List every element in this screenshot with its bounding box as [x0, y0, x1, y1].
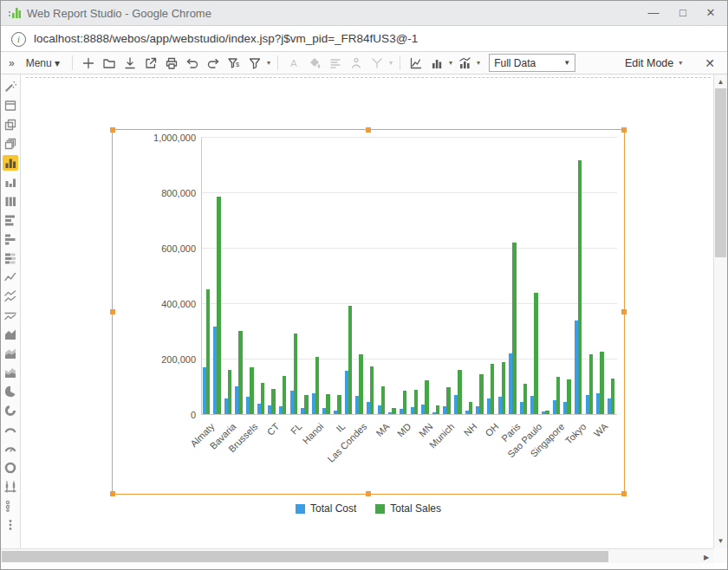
minimize-button[interactable]: —: [640, 1, 666, 25]
total-sales-bar: [337, 395, 341, 414]
bottom-pad: [1, 563, 714, 569]
dropdown-caret-icon[interactable]: ▾: [267, 59, 270, 67]
menu-button[interactable]: Menu ▾: [21, 57, 65, 69]
total-sales-bar: [436, 405, 440, 414]
page-info-icon[interactable]: i: [11, 32, 26, 47]
resize-handle[interactable]: [110, 309, 115, 314]
resize-handle[interactable]: [366, 127, 371, 133]
total-sales-bar: [502, 362, 506, 414]
sidebar-item-wizard-wand[interactable]: [3, 79, 18, 94]
sidebar-item-bar-chart[interactable]: [3, 155, 18, 171]
edit-mode-button[interactable]: Edit Mode: [625, 57, 673, 69]
data-mode-select[interactable]: Full Data▼: [489, 54, 575, 72]
sidebar-item-hbar-stacked[interactable]: [3, 250, 18, 266]
undo-icon[interactable]: [184, 55, 201, 72]
sidebar-item-bar-chart-alt[interactable]: [3, 174, 18, 190]
legend-swatch: [375, 504, 385, 514]
y-axis-tick-label: 0: [127, 410, 196, 420]
dropdown-caret-icon[interactable]: ▾: [449, 59, 452, 67]
align-icon: [327, 55, 344, 72]
scroll-up-icon[interactable]: ▲: [714, 78, 727, 86]
export-icon[interactable]: [142, 55, 159, 72]
print-icon[interactable]: [163, 55, 180, 72]
vertical-scroll-thumb[interactable]: [715, 88, 726, 257]
open-icon[interactable]: [101, 55, 118, 72]
maximize-button[interactable]: □: [670, 1, 696, 25]
sidebar-item-area-chart[interactable]: [3, 327, 18, 342]
resize-handle[interactable]: [621, 127, 627, 133]
sidebar-item-more-options[interactable]: [3, 517, 18, 533]
chart-combo-icon[interactable]: [456, 55, 473, 72]
sidebar-item-column-chart[interactable]: [3, 193, 18, 209]
address-bar[interactable]: i localhost:8888/webos/app/webstudio/ind…: [1, 26, 727, 52]
scroll-down-icon[interactable]: ▼: [714, 537, 727, 545]
total-sales-bar: [348, 306, 353, 414]
scroll-right-icon[interactable]: ▶: [702, 554, 711, 561]
chart-legend: Total CostTotal Sales: [113, 502, 624, 515]
font-icon: A: [285, 55, 302, 72]
scrollbar-corner: [713, 548, 727, 563]
sidebar-item-arc-chart[interactable]: [3, 422, 18, 437]
sidebar-item-donut-chart[interactable]: [3, 403, 18, 418]
sidebar-item-ring-chart[interactable]: [3, 460, 18, 476]
new-icon[interactable]: [80, 55, 97, 72]
sidebar-item-hbar-chart-alt[interactable]: [3, 231, 18, 247]
sidebar-item-stacked-area-chart[interactable]: [3, 365, 18, 380]
filter-dollar-icon[interactable]: $: [225, 55, 243, 72]
total-sales-bar: [326, 394, 330, 414]
svg-text:A: A: [290, 58, 297, 68]
sidebar-item-area-chart-alt[interactable]: [3, 346, 18, 361]
resize-handle[interactable]: [110, 127, 115, 133]
total-sales-bar: [469, 402, 473, 414]
resize-handle[interactable]: [621, 491, 627, 496]
window-title: Web Report Studio - Google Chrome: [27, 7, 211, 20]
total-sales-bar: [392, 408, 396, 414]
gridline: [201, 137, 617, 138]
resize-handle[interactable]: [110, 491, 115, 496]
gridline: [201, 303, 617, 304]
x-axis-tick-label: MA: [374, 421, 391, 438]
toolbar-overflow-chevrons[interactable]: »: [5, 57, 17, 69]
report-canvas[interactable]: 0200,000400,000600,000800,0001,000,000Al…: [21, 74, 715, 548]
dropdown-caret-icon[interactable]: ▾: [477, 59, 480, 67]
total-sales-bar: [600, 352, 604, 414]
sidebar-item-hbar-chart[interactable]: [3, 212, 18, 228]
total-sales-bar: [578, 160, 582, 414]
page-boundary-dashed: [26, 77, 711, 78]
redo-icon[interactable]: [205, 55, 222, 72]
close-report-button[interactable]: ✕: [701, 56, 718, 70]
total-sales-bar: [250, 367, 254, 414]
total-sales-bar: [556, 377, 561, 414]
chart-column-icon[interactable]: [428, 55, 445, 72]
sidebar-item-stock-chart[interactable]: [3, 479, 18, 495]
filter-icon[interactable]: [246, 55, 263, 72]
sidebar-item-multi-line-chart[interactable]: [3, 288, 18, 304]
select-caret-icon: ▼: [563, 59, 570, 67]
sidebar-item-benchmark-line-chart[interactable]: [3, 308, 18, 323]
close-window-button[interactable]: ✕: [698, 1, 724, 25]
horizontal-scroll-thumb[interactable]: [2, 551, 608, 562]
resize-handle[interactable]: [366, 491, 371, 496]
total-sales-bar: [315, 357, 320, 414]
sidebar-item-report-page[interactable]: [3, 98, 18, 113]
total-sales-bar: [512, 243, 517, 414]
sidebar-item-line-chart[interactable]: [3, 269, 18, 285]
toolbar-separator: [72, 55, 73, 70]
x-axis-line: [201, 414, 617, 415]
horizontal-scrollbar[interactable]: ▶: [1, 548, 714, 564]
sidebar-item-gauge-chart[interactable]: [3, 441, 18, 457]
browser-window: Web Report Studio - Google Chrome — □ ✕ …: [0, 0, 728, 570]
save-icon[interactable]: [121, 55, 139, 72]
url-text[interactable]: localhost:8888/webos/app/webstudio/index…: [34, 32, 418, 45]
edit-mode-caret-icon[interactable]: ▾: [679, 59, 682, 67]
vertical-scrollbar[interactable]: ▲ ▼: [713, 74, 727, 548]
sidebar-item-bubble-chart[interactable]: [3, 498, 18, 514]
chart-line-icon[interactable]: [407, 55, 425, 72]
total-sales-bar: [304, 395, 309, 414]
chart-selection[interactable]: 0200,000400,000600,000800,0001,000,000Al…: [112, 129, 625, 495]
sidebar-item-layered-frames[interactable]: [3, 136, 18, 152]
sidebar-item-overlap-windows[interactable]: [3, 117, 18, 133]
sidebar-item-pie-chart[interactable]: [3, 384, 18, 399]
resize-handle[interactable]: [621, 309, 627, 314]
x-axis-tick-label: OH: [483, 421, 500, 438]
